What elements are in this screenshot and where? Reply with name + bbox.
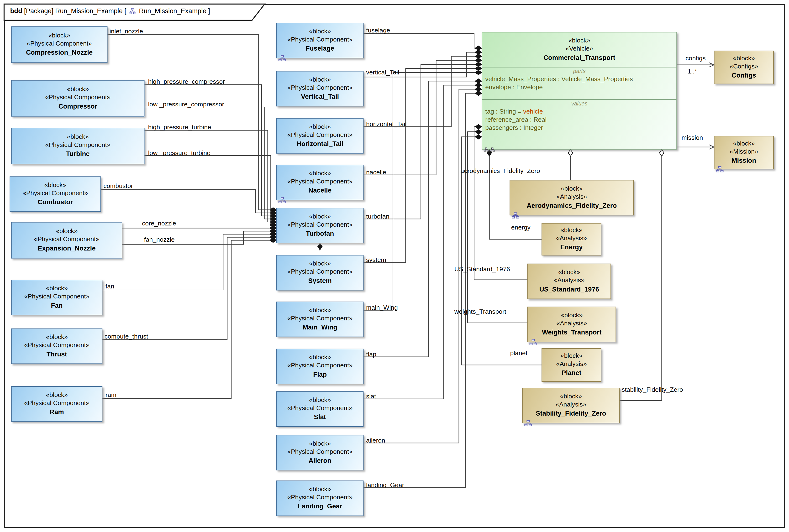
edge-label-energy[interactable]: energy (511, 224, 530, 231)
edge-low_pressure_turbine[interactable] (145, 155, 276, 225)
stereotype-label: «Physical Component» (287, 315, 353, 323)
stereotype-label: «block» (309, 124, 331, 131)
edge-label-planet[interactable]: planet (510, 350, 527, 357)
edge-label-aerodynamics-fidelity-zero[interactable]: aerodynamics_Fidelity_Zero (461, 167, 540, 174)
edge-label-stability-fidelity-zero[interactable]: stability_Fidelity_Zero (622, 386, 683, 393)
edge-nacelle[interactable] (363, 60, 482, 175)
edge-label-combustor[interactable]: combustor (104, 183, 133, 190)
edge-horizontal_Tail[interactable] (363, 56, 482, 127)
edge-label-core-nozzle[interactable]: core_nozzle (142, 220, 176, 227)
block-Main_Wing[interactable]: «block»«Physical Component»Main_Wing (276, 302, 363, 337)
edge-main_Wing[interactable] (363, 73, 482, 310)
edge-ram[interactable] (102, 240, 276, 398)
block-name: Combustor (38, 198, 73, 207)
edge-label-fuselage[interactable]: fuselage (366, 27, 390, 34)
compartment-label: values (485, 100, 673, 107)
edge-label-system[interactable]: system (366, 256, 386, 264)
block-Compression_Nozzle[interactable]: «block»«Physical Component»Compression_N… (11, 26, 108, 63)
block-Thrust[interactable]: «block»«Physical Component»Thrust (11, 328, 102, 364)
compartment-label: parts (485, 68, 673, 75)
property-line[interactable]: tag : String = vehicle (485, 107, 673, 115)
edge-label-fan-nozzle[interactable]: fan_nozzle (144, 236, 174, 243)
edge-high_pressure_turbine[interactable] (145, 130, 276, 222)
edge-label-low-pressure-turbine[interactable]: low _pressure_turbine (148, 150, 210, 157)
block-Aileron[interactable]: «block»«Physical Component»Aileron (276, 435, 363, 471)
block-Turbofan[interactable]: «block»«Physical Component»Turbofan (276, 208, 363, 243)
edge-label-compute-thrust[interactable]: compute_thrust (105, 333, 148, 340)
edge-system[interactable] (363, 69, 482, 263)
block-Mission[interactable]: «block»«Mission»Mission (714, 136, 774, 169)
block-Nacelle[interactable]: «block»«Physical Component»Nacelle (276, 165, 363, 201)
edge-label-nacelle[interactable]: nacelle (366, 169, 386, 176)
edge-landing_Gear[interactable] (363, 93, 482, 488)
block-name: Horizontal_Tail (297, 140, 343, 148)
edge-label-vertical-tail[interactable]: vertical_Tail (366, 69, 399, 76)
block-Fuselage[interactable]: «block»«Physical Component»Fuselage (276, 23, 363, 58)
edge-label-aileron[interactable]: aileron (366, 437, 385, 444)
block-Horizontal_Tail[interactable]: «block»«Physical Component»Horizontal_Ta… (276, 118, 363, 154)
block-Compressor[interactable]: «block»«Physical Component»Compressor (11, 80, 145, 117)
stereotype-label: «Physical Component» (287, 131, 353, 139)
stereotype-label: «block» (309, 440, 331, 448)
edge-label-fan[interactable]: fan (106, 283, 114, 290)
edge-label-weights-transport[interactable]: weights_Transport (454, 308, 506, 316)
block-Turbine[interactable]: «block»«Physical Component»Turbine (11, 128, 145, 164)
stereotype-label: «block» (56, 228, 78, 236)
block-Configs[interactable]: «block»«Configs»Configs (714, 51, 774, 84)
block-Expansion_Nozzle[interactable]: «block»«Physical Component»Expansion_Noz… (11, 222, 122, 259)
stereotype-label: «block» (733, 55, 755, 63)
stereotype-label: «block» (561, 353, 583, 360)
block-Ram[interactable]: «block»«Physical Component»Ram (11, 386, 102, 422)
edge-label-1-[interactable]: 1..* (688, 68, 697, 75)
block-Planet[interactable]: «block»«Analysis»Planet (542, 348, 601, 382)
property-line[interactable]: passengers : Integer (485, 124, 673, 132)
block-Combustor[interactable]: «block»«Physical Component»Combustor (10, 176, 101, 212)
edge-label-landing-gear[interactable]: landing_Gear (366, 481, 404, 489)
block-Fan[interactable]: «block»«Physical Component»Fan (11, 280, 102, 316)
edge-label-low-pressure-compressor[interactable]: low _pressure_compressor (148, 101, 224, 108)
edge-slat[interactable] (363, 85, 482, 399)
edge-label-high-pressure-turbine[interactable]: high_pressure_turbine (148, 124, 211, 131)
block-System[interactable]: «block»«Physical Component»System (276, 255, 363, 290)
edge-label-slat[interactable]: slat (366, 393, 376, 400)
block-Weights_Transport[interactable]: «block»«Analysis»Weights_Transport (527, 307, 616, 342)
stereotype-label: «Physical Component» (287, 178, 353, 186)
edge-compute_thrust[interactable] (102, 237, 276, 340)
block-name: Compression_Nozzle (26, 49, 93, 57)
stereotype-label: «Physical Component» (27, 40, 92, 48)
edge-label-high-pressure-compressor[interactable]: high_pressure_compressor (148, 78, 225, 85)
stereotype-label: «Analysis» (556, 320, 587, 328)
block-Commercial_Transport[interactable]: «block»«Vehicle»Commercial_Transportpart… (482, 32, 677, 150)
edge-combustor[interactable] (101, 190, 276, 213)
stereotype-label: «block» (309, 213, 331, 221)
edge-label-horizontal-tail[interactable]: horizontal_Tail (366, 121, 407, 128)
edge-turbofan[interactable] (363, 64, 482, 219)
block-Landing_Gear[interactable]: «block»«Physical Component»Landing_Gear (276, 480, 363, 516)
block-Energy[interactable]: «block»«Analysis»Energy (542, 223, 601, 255)
block-Aerodynamics_Fidelity_Zero[interactable]: «block»«Analysis»Aerodynamics_Fidelity_Z… (509, 180, 634, 215)
stereotype-label: «Analysis» (556, 235, 587, 243)
property-line[interactable]: reference_area : Real (485, 115, 673, 124)
edge-fan[interactable] (102, 234, 276, 290)
stereotype-label: «Physical Component» (287, 405, 353, 413)
edge-label-us-standard-1976[interactable]: US_Standard_1976 (454, 266, 510, 273)
edge-label-main-wing[interactable]: main_Wing (366, 304, 398, 311)
edge-fuselage[interactable] (363, 33, 482, 48)
property-line[interactable]: vehicle_Mass_Properties : Vehicle_Mass_P… (485, 75, 673, 83)
edge-label-inlet-nozzle[interactable]: inlet_nozzle (110, 28, 143, 35)
stereotype-label: «block» (309, 28, 331, 36)
block-Vertical_Tail[interactable]: «block»«Physical Component»Vertical_Tail (276, 71, 363, 107)
stereotype-label: «Physical Component» (24, 342, 89, 349)
block-US_Standard_1976[interactable]: «block»«Analysis»US_Standard_1976 (527, 264, 611, 299)
property-line[interactable]: envelope : Envelope (485, 83, 673, 91)
parts-compartment: partsvehicle_Mass_Properties : Vehicle_M… (482, 67, 677, 99)
block-Stability_Fidelity_Zero[interactable]: «block»«Analysis»Stability_Fidelity_Zero (522, 388, 620, 423)
edge-label-flap[interactable]: flap (366, 351, 376, 358)
edge-label-mission[interactable]: mission (682, 134, 703, 141)
block-Flap[interactable]: «block»«Physical Component»Flap (276, 349, 363, 384)
edge-label-turbofan[interactable]: turbofan (366, 213, 389, 220)
edge-label-configs[interactable]: configs (685, 55, 706, 62)
edge-label-ram[interactable]: ram (106, 391, 116, 398)
structure-rake-icon (529, 339, 537, 345)
block-Slat[interactable]: «block»«Physical Component»Slat (276, 391, 363, 427)
